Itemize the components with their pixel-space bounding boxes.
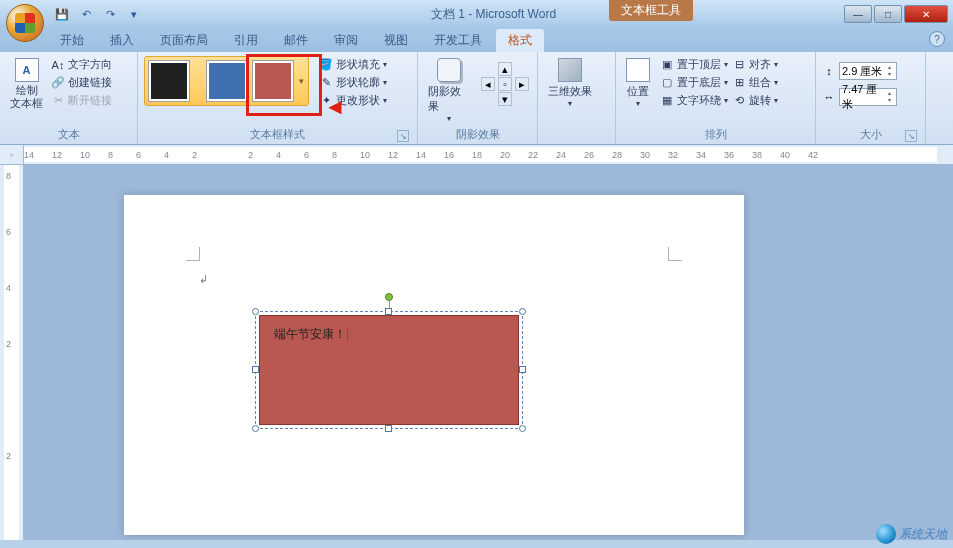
help-button[interactable]: ? — [929, 31, 945, 47]
group-size: ↕ 2.9 厘米▴▾ ↔ 7.47 厘米▴▾ 大小↘ — [816, 52, 926, 144]
handle-tr[interactable] — [519, 308, 526, 315]
page[interactable]: ↲ 端午节安康！| — [124, 195, 744, 535]
bring-front-icon: ▣ — [660, 58, 674, 72]
gallery-more-icon[interactable]: ▾ — [299, 76, 304, 86]
break-link-button: ✂断开链接 — [51, 92, 112, 109]
dropdown-icon: ▾ — [383, 96, 387, 105]
textbox[interactable]: 端午节安康！| — [259, 315, 519, 425]
height-icon: ↕ — [822, 64, 836, 78]
maximize-button[interactable]: □ — [874, 5, 902, 23]
position-button[interactable]: 位置 ▾ — [622, 56, 654, 110]
textbox-text: 端午节安康！ — [274, 327, 346, 341]
group-text: A 绘制 文本框 A↕文字方向 🔗创建链接 ✂断开链接 文本 — [0, 52, 138, 144]
style-swatch-black[interactable] — [149, 61, 189, 101]
office-button[interactable] — [6, 4, 44, 42]
width-input[interactable]: 7.47 厘米▴▾ — [839, 88, 897, 106]
close-button[interactable]: ✕ — [904, 5, 948, 23]
paragraph-mark: ↲ — [199, 273, 208, 286]
ruler-vertical[interactable]: 86422 — [0, 165, 24, 540]
nudge-left[interactable]: ◂ — [481, 77, 495, 91]
group-arrange: 位置 ▾ ▣置于顶层 ▾ ▢置于底层 ▾ ▦文字环绕 ▾ ⊟对齐 ▾ ⊞组合 ▾… — [616, 52, 816, 144]
draw-textbox-button[interactable]: A 绘制 文本框 — [6, 56, 47, 112]
textbox-selection[interactable]: 端午节安康！| — [259, 315, 519, 425]
watermark: 系统天地 — [876, 524, 947, 544]
group-3d: 三维效果 ▾ — [538, 52, 616, 144]
qat-redo[interactable]: ↷ — [100, 4, 120, 24]
tab-references[interactable]: 引用 — [222, 29, 270, 52]
group-shadow: 阴影效果 ▾ ▴ ◂◦▸ ▾ 阴影效果 — [418, 52, 538, 144]
spin-down[interactable]: ▾ — [885, 97, 894, 104]
break-link-icon: ✂ — [51, 94, 65, 108]
send-back-button[interactable]: ▢置于底层 ▾ — [660, 74, 728, 91]
rotate-handle[interactable] — [385, 293, 393, 301]
dropdown-icon: ▾ — [568, 99, 572, 108]
position-icon — [626, 58, 650, 82]
width-icon: ↔ — [822, 90, 836, 104]
margin-mark-tr — [668, 247, 682, 261]
bring-front-button[interactable]: ▣置于顶层 ▾ — [660, 56, 728, 73]
tab-review[interactable]: 审阅 — [322, 29, 370, 52]
window-controls: — □ ✕ — [843, 5, 949, 23]
nudge-up[interactable]: ▴ — [498, 62, 512, 76]
qat-customize[interactable]: ▾ — [124, 4, 144, 24]
tab-home[interactable]: 开始 — [48, 29, 96, 52]
shape-fill-button[interactable]: 🪣形状填充 ▾ — [319, 56, 387, 73]
styles-launcher[interactable]: ↘ — [397, 130, 409, 142]
handle-b[interactable] — [385, 425, 392, 432]
style-swatch-blue[interactable] — [207, 61, 247, 101]
tab-format[interactable]: 格式 — [496, 29, 544, 52]
style-gallery[interactable]: ▾ — [144, 56, 309, 106]
shadow-nudge-grid: ▴ ◂◦▸ ▾ — [481, 62, 531, 106]
ribbon: A 绘制 文本框 A↕文字方向 🔗创建链接 ✂断开链接 文本 ▾ 🪣形状填充 ▾ — [0, 52, 953, 145]
globe-icon — [876, 524, 896, 544]
create-link-button[interactable]: 🔗创建链接 — [51, 74, 112, 91]
document-area: 86422 ↲ 端午节安康！| — [0, 165, 953, 540]
spin-up[interactable]: ▴ — [885, 90, 894, 97]
text-wrap-button[interactable]: ▦文字环绕 ▾ — [660, 92, 728, 109]
text-direction-icon: A↕ — [51, 58, 65, 72]
handle-l[interactable] — [252, 366, 259, 373]
spin-up[interactable]: ▴ — [884, 64, 894, 71]
group-arrange-label: 排列 — [622, 125, 809, 144]
tab-mailings[interactable]: 邮件 — [272, 29, 320, 52]
qat-undo[interactable]: ↶ — [76, 4, 96, 24]
align-icon: ⊟ — [732, 58, 746, 72]
size-launcher[interactable]: ↘ — [905, 130, 917, 142]
draw-textbox-label: 绘制 文本框 — [10, 84, 43, 110]
tab-view[interactable]: 视图 — [372, 29, 420, 52]
qat-save[interactable]: 💾 — [52, 4, 72, 24]
handle-bl[interactable] — [252, 425, 259, 432]
handle-tl[interactable] — [252, 308, 259, 315]
height-input[interactable]: 2.9 厘米▴▾ — [839, 62, 897, 80]
tab-page-layout[interactable]: 页面布局 — [148, 29, 220, 52]
handle-t[interactable] — [385, 308, 392, 315]
nudge-down[interactable]: ▾ — [498, 92, 512, 106]
nudge-center[interactable]: ◦ — [498, 77, 512, 91]
page-viewport[interactable]: ↲ 端午节安康！| — [24, 165, 953, 540]
group-textbox-styles: ▾ 🪣形状填充 ▾ ✎形状轮廓 ▾ ✦更改形状 ▾ ◄ 文本框样式↘ — [138, 52, 418, 144]
cube-icon — [558, 58, 582, 82]
dropdown-icon: ▾ — [383, 78, 387, 87]
handle-br[interactable] — [519, 425, 526, 432]
spin-down[interactable]: ▾ — [884, 71, 894, 78]
window-title: 文档 1 - Microsoft Word — [144, 6, 843, 23]
handle-r[interactable] — [519, 366, 526, 373]
shadow-effects-button[interactable]: 阴影效果 ▾ — [424, 56, 473, 125]
group-3d-label — [544, 128, 609, 144]
group-text-label: 文本 — [6, 125, 131, 144]
group-button[interactable]: ⊞组合 ▾ — [732, 74, 778, 91]
tab-insert[interactable]: 插入 — [98, 29, 146, 52]
3d-effects-button[interactable]: 三维效果 ▾ — [544, 56, 596, 110]
ruler-horizontal[interactable]: 1412108642246810121416182022242628303234… — [24, 147, 937, 162]
tab-developer[interactable]: 开发工具 — [422, 29, 494, 52]
style-swatch-red[interactable] — [253, 61, 293, 101]
rotate-button[interactable]: ⟲旋转 ▾ — [732, 92, 778, 109]
link-icon: 🔗 — [51, 76, 65, 90]
nudge-right[interactable]: ▸ — [515, 77, 529, 91]
text-direction-button[interactable]: A↕文字方向 — [51, 56, 112, 73]
quick-access-toolbar: 💾 ↶ ↷ ▾ — [52, 4, 144, 24]
minimize-button[interactable]: — — [844, 5, 872, 23]
annotation-red-arrow: ◄ — [324, 94, 346, 120]
align-button[interactable]: ⊟对齐 ▾ — [732, 56, 778, 73]
shape-outline-button[interactable]: ✎形状轮廓 ▾ — [319, 74, 387, 91]
